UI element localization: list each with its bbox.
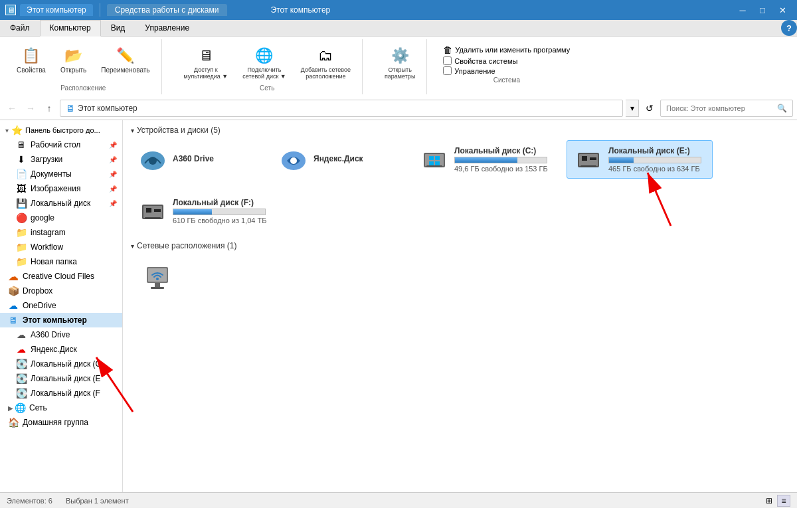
tab-view[interactable]: Вид — [101, 20, 135, 36]
diskF-drive-icon — [139, 199, 166, 223]
network-device-icon — [141, 262, 173, 299]
sidebar-item-documents[interactable]: 📄 Документы 📌 — [0, 167, 122, 181]
drive-localF[interactable]: Локальный диск (F:) 610 ГБ свободно из 1… — [131, 192, 277, 230]
map-drive-icon: 🌐 — [254, 45, 275, 66]
drives-grid: A360 Drive Яндекс.Диск — [131, 140, 789, 179]
minimize-button[interactable]: ─ — [733, 3, 752, 17]
system-properties-check[interactable] — [443, 56, 452, 65]
sidebar-item-yandex[interactable]: ☁ Яндекс.Диск — [0, 342, 122, 357]
add-network-icon: 🗂 — [315, 45, 336, 66]
a360-drive-icon — [139, 147, 166, 171]
yandex-drive-icon — [280, 147, 307, 171]
disk-tools-tab[interactable]: Средства работы с дисками — [107, 4, 227, 16]
window-icon: 🖥 — [5, 5, 16, 15]
yandex-icon: ☁ — [16, 344, 27, 355]
this-pc-icon: 🖥 — [8, 315, 19, 325]
sidebar-item-creative-cloud[interactable]: ☁ Creative Cloud Files — [0, 269, 122, 284]
sidebar-item-images[interactable]: 🖼 Изображения 📌 — [0, 181, 122, 196]
search-input[interactable] — [666, 104, 772, 112]
drive-yandex[interactable]: Яндекс.Диск — [272, 140, 404, 179]
google-folder-icon: 🔴 — [16, 213, 27, 223]
close-button[interactable]: ✕ — [773, 3, 792, 17]
sidebar-item-network[interactable]: ▶ 🌐 Сеть — [0, 400, 122, 415]
sidebar-item-a360[interactable]: ☁ A360 Drive — [0, 327, 122, 342]
sidebar-item-diskF[interactable]: 💽 Локальный диск (F — [0, 386, 122, 400]
media-access-button[interactable]: 🖥 Доступ кмультимедиа ▼ — [178, 42, 234, 83]
tab-manage[interactable]: Управление — [135, 20, 199, 36]
search-box[interactable]: 🔍 — [660, 100, 793, 117]
tab-file[interactable]: Файл — [0, 20, 40, 36]
sidebar-item-dropbox[interactable]: 📦 Dropbox — [0, 284, 122, 298]
open-settings-button[interactable]: ⚙️ Открытьпараметры — [379, 42, 421, 90]
svg-rect-24 — [151, 287, 164, 289]
svg-rect-18 — [145, 217, 161, 219]
sidebar-item-onedrive[interactable]: ☁ OneDrive — [0, 298, 122, 313]
drive-localE[interactable]: Локальный диск (E:) 465 ГБ свободно из 6… — [567, 140, 713, 179]
svg-rect-15 — [590, 157, 596, 160]
main-area: ▾ ⭐ Панель быстрого до... 🖥 Рабочий стол… — [0, 120, 797, 492]
address-input[interactable]: 🖥 Этот компьютер — [60, 100, 623, 117]
devices-section-header[interactable]: ▾ Устройства и диски (5) — [131, 126, 789, 135]
sidebar-item-google[interactable]: 🔴 google — [0, 211, 122, 225]
svg-rect-7 — [429, 156, 434, 160]
ribbon-group-settings: ⚙️ Открытьпараметры — [373, 39, 427, 94]
svg-point-25 — [156, 278, 159, 280]
details-view-button[interactable]: ≡ — [777, 495, 790, 507]
quick-access-section[interactable]: ▾ ⭐ Панель быстрого до... — [0, 123, 122, 137]
sidebar-item-newFolder[interactable]: 📁 Новая папка — [0, 254, 122, 269]
sidebar-item-localdisk[interactable]: 💾 Локальный диск 📌 — [0, 196, 122, 211]
sidebar-item-instagram[interactable]: 📁 instagram — [0, 225, 122, 240]
forward-button[interactable]: → — [23, 100, 39, 116]
back-button[interactable]: ← — [4, 100, 20, 116]
network-section-header[interactable]: ▾ Сетевые расположения (1) — [131, 241, 789, 250]
status-items-count: Элементов: 6 — [7, 497, 52, 505]
help-button[interactable]: ? — [781, 20, 797, 36]
manage-button[interactable]: Управление — [443, 66, 570, 75]
maximize-button[interactable]: □ — [753, 3, 772, 17]
network-device[interactable] — [131, 256, 184, 308]
uninstall-button[interactable]: 🗑 Удалить или изменить программу — [443, 44, 570, 55]
open-button[interactable]: 📂 Открыть — [54, 42, 92, 83]
svg-rect-20 — [154, 209, 161, 212]
open-icon: 📂 — [63, 45, 84, 66]
diskC-bar-fill — [455, 157, 517, 163]
up-button[interactable]: ↑ — [41, 100, 57, 116]
manage-check[interactable] — [443, 66, 452, 75]
address-dropdown[interactable]: ▾ — [626, 100, 639, 117]
sidebar-item-homegroup[interactable]: 🏠 Домашняя группа — [0, 415, 122, 430]
title-tab-app[interactable]: Этот компьютер — [20, 4, 93, 16]
diskE-drive-icon — [575, 147, 602, 171]
diskE-icon: 💽 — [16, 373, 27, 384]
svg-rect-23 — [155, 283, 160, 287]
window-title: Этот компьютер — [271, 5, 331, 15]
a360-icon: ☁ — [16, 329, 27, 340]
instagram-folder-icon: 📁 — [16, 227, 27, 238]
sidebar-item-workflow[interactable]: 📁 Workflow — [0, 240, 122, 254]
dropbox-icon: 📦 — [8, 286, 19, 296]
ribbon-group-network: 🖥 Доступ кмультимедиа ▼ 🌐 Подключитьсете… — [173, 39, 363, 94]
sidebar-item-this-pc[interactable]: 🖥 Этот компьютер — [0, 313, 122, 327]
map-drive-button[interactable]: 🌐 Подключитьсетевой диск ▼ — [236, 42, 292, 83]
system-properties-button[interactable]: Свойства системы — [443, 56, 570, 65]
drive-a360[interactable]: A360 Drive — [131, 140, 264, 179]
rename-icon: ✏️ — [115, 45, 136, 66]
documents-icon: 📄 — [16, 169, 27, 179]
rename-button[interactable]: ✏️ Переименовать — [95, 42, 155, 83]
drive-localC[interactable]: Локальный диск (C:) 49,6 ГБ свободно из … — [412, 140, 559, 179]
large-icons-view-button[interactable]: ⊞ — [762, 495, 776, 507]
drives-grid-2: Локальный диск (F:) 610 ГБ свободно из 1… — [131, 192, 789, 230]
add-network-button[interactable]: 🗂 Добавить сетевоерасположение — [295, 42, 357, 83]
refresh-button[interactable]: ↺ — [642, 100, 658, 116]
sidebar-item-diskE[interactable]: 💽 Локальный диск (E — [0, 371, 122, 386]
quick-access-star-icon: ⭐ — [11, 125, 23, 135]
sidebar-item-diskC[interactable]: 💽 Локальный диск (C — [0, 357, 122, 371]
homegroup-icon: 🏠 — [8, 417, 19, 428]
tab-computer[interactable]: Компьютер — [40, 20, 101, 37]
properties-button[interactable]: 📋 Свойства — [11, 42, 52, 83]
workflow-folder-icon: 📁 — [16, 242, 27, 252]
sidebar-item-desktop[interactable]: 🖥 Рабочий стол 📌 — [0, 137, 122, 152]
sidebar-item-downloads[interactable]: ⬇ Загрузки 📌 — [0, 152, 122, 167]
settings-icon: ⚙️ — [389, 45, 410, 66]
svg-rect-6 — [426, 165, 442, 167]
properties-icon: 📋 — [21, 45, 42, 66]
